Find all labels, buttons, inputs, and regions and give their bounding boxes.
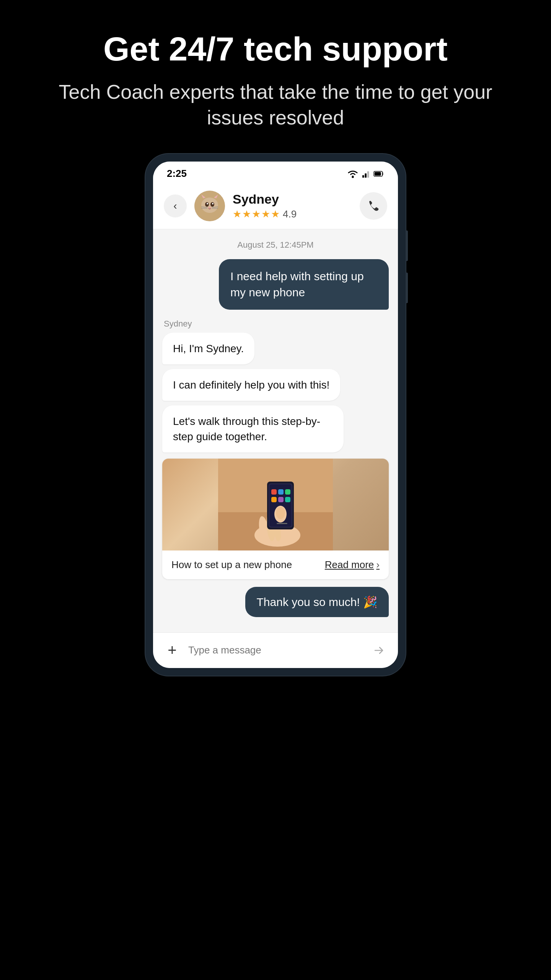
article-footer: How to set up a new phone Read more ›: [162, 550, 389, 579]
status-icons: [347, 169, 384, 178]
agent-message-1: Hi, I'm Sydney.: [162, 333, 389, 364]
svg-point-8: [201, 198, 218, 213]
user-bubble-1: I need help with setting up my new phone: [219, 259, 389, 310]
svg-rect-35: [271, 497, 277, 502]
article-title: How to set up a new phone: [171, 559, 292, 571]
call-button[interactable]: [360, 192, 387, 220]
svg-point-14: [210, 202, 214, 207]
read-more-label: Read more: [325, 559, 374, 571]
svg-rect-34: [285, 489, 290, 495]
header-section: Get 24/7 tech support Tech Coach experts…: [0, 31, 551, 131]
side-button-1: [406, 230, 408, 261]
article-image: [162, 459, 389, 550]
page-subtitle: Tech Coach experts that take the time to…: [38, 79, 513, 131]
star-4: ★: [261, 208, 270, 220]
chat-body: August 25, 12:45PM I need help with sett…: [153, 229, 398, 632]
agent-message-group: Sydney Hi, I'm Sydney. I can definitely …: [162, 319, 389, 452]
agent-bubble-1: Hi, I'm Sydney.: [162, 333, 254, 364]
user-message-1: I need help with setting up my new phone: [162, 259, 389, 310]
rating-number: 4.9: [283, 208, 297, 220]
battery-icon: [373, 169, 384, 178]
star-rating: ★ ★ ★ ★ ★: [233, 208, 280, 220]
input-bar: +: [153, 632, 398, 668]
svg-rect-38: [277, 523, 287, 524]
agent-message-2: I can definitely help you with this!: [162, 369, 389, 401]
svg-point-16: [212, 203, 214, 204]
star-1: ★: [233, 208, 241, 220]
agent-message-3: Let's walk through this step-by-step gui…: [162, 405, 389, 452]
phone-hand-illustration: [218, 459, 333, 550]
side-button-2: [406, 273, 408, 303]
star-half: ★: [271, 208, 280, 220]
svg-rect-33: [278, 489, 284, 495]
chevron-right-icon: ›: [376, 559, 380, 571]
status-bar: 2:25: [153, 162, 398, 183]
add-attachment-button[interactable]: +: [162, 640, 182, 660]
read-more-button[interactable]: Read more ›: [325, 559, 380, 571]
chat-header: ‹: [153, 183, 398, 229]
svg-rect-2: [365, 173, 367, 178]
svg-point-0: [352, 176, 354, 178]
plus-icon: +: [168, 642, 176, 659]
svg-point-17: [209, 207, 211, 208]
user-message-2: Thank you so much! 🎉: [162, 587, 389, 617]
message-timestamp: August 25, 12:45PM: [162, 240, 389, 250]
user-bubble-2: Thank you so much! 🎉: [245, 587, 389, 617]
back-button[interactable]: ‹: [164, 194, 187, 217]
phone-screen: 2:25: [153, 162, 398, 668]
back-arrow-icon: ‹: [173, 200, 177, 212]
svg-rect-3: [367, 172, 369, 178]
phone-icon: [367, 199, 380, 213]
svg-rect-32: [271, 489, 277, 495]
agent-avatar: [194, 191, 225, 221]
svg-point-13: [205, 202, 209, 207]
signal-icon: [362, 169, 370, 178]
svg-rect-5: [375, 172, 381, 175]
wifi-icon: [347, 169, 359, 178]
agent-bubble-2: I can definitely help you with this!: [162, 369, 340, 401]
message-input[interactable]: [188, 644, 363, 656]
agent-info: Sydney ★ ★ ★ ★ ★ 4.9: [233, 192, 360, 220]
send-button[interactable]: [369, 640, 389, 660]
page-title: Get 24/7 tech support: [38, 31, 513, 68]
svg-point-40: [276, 507, 285, 519]
agent-label: Sydney: [164, 319, 389, 329]
svg-rect-1: [362, 175, 364, 178]
star-2: ★: [242, 208, 251, 220]
send-icon: [372, 644, 386, 657]
star-3: ★: [252, 208, 261, 220]
agent-name: Sydney: [233, 192, 360, 207]
agent-bubble-3: Let's walk through this step-by-step gui…: [162, 405, 344, 452]
agent-rating: ★ ★ ★ ★ ★ 4.9: [233, 208, 360, 220]
svg-rect-37: [285, 497, 290, 502]
svg-point-15: [207, 203, 208, 204]
phone-frame: 2:25: [145, 154, 406, 676]
status-time: 2:25: [167, 168, 187, 180]
svg-rect-36: [278, 497, 284, 502]
article-card[interactable]: How to set up a new phone Read more ›: [162, 459, 389, 579]
